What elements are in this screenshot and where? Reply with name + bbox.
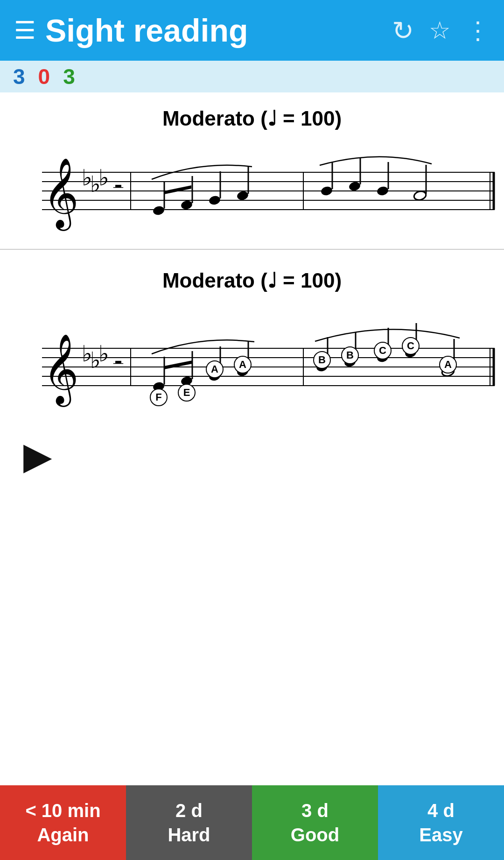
main-content: Moderato (♩ = 100) 𝄞 ♭ ♭ ♭ 𝄼 <box>0 92 504 785</box>
svg-point-13 <box>180 199 193 211</box>
easy-button[interactable]: 4 d Easy <box>378 785 504 860</box>
music-section-2: Moderato (♩ = 100) 𝄞 ♭ ♭ ♭ 𝄼 <box>0 254 504 425</box>
score-blue: 3 <box>13 64 25 89</box>
tempo-marking-2: Moderato (♩ = 100) <box>9 268 495 292</box>
app-header: ☰ Sight reading ↺ ☆ ⋮ <box>0 0 504 61</box>
score-green: 3 <box>63 64 75 89</box>
hard-button[interactable]: 2 d Hard <box>126 785 252 860</box>
page-title: Sight reading <box>45 12 248 49</box>
svg-text:A: A <box>211 363 218 375</box>
svg-point-11 <box>152 205 165 216</box>
again-button[interactable]: < 10 min Again <box>0 785 126 860</box>
section-divider <box>0 249 504 250</box>
hard-line2: Hard <box>168 823 210 847</box>
svg-point-20 <box>320 185 333 197</box>
staff-1: 𝄞 ♭ ♭ ♭ 𝄼 <box>9 135 495 240</box>
svg-text:B: B <box>318 354 326 366</box>
svg-text:𝄞: 𝄞 <box>43 335 79 407</box>
easy-line1: 4 d <box>427 798 455 823</box>
svg-point-15 <box>208 195 221 206</box>
play-button[interactable]: ▶ <box>23 434 52 478</box>
good-line1: 3 d <box>301 798 329 823</box>
bottom-bar: < 10 min Again 2 d Hard 3 d Good 4 d Eas… <box>0 785 504 860</box>
score-bar: 3 0 3 <box>0 61 504 92</box>
more-icon[interactable]: ⋮ <box>466 16 490 44</box>
header-left: ☰ Sight reading <box>14 12 248 49</box>
header-right: ↺ ☆ ⋮ <box>392 15 490 46</box>
svg-text:♭: ♭ <box>98 165 109 190</box>
svg-text:C: C <box>379 345 386 356</box>
score-red: 0 <box>38 64 50 89</box>
svg-text:A: A <box>239 359 246 370</box>
svg-text:𝄼: 𝄼 <box>113 360 124 364</box>
svg-text:E: E <box>183 387 190 398</box>
hard-line1: 2 d <box>175 798 203 823</box>
svg-text:𝄞: 𝄞 <box>43 159 79 231</box>
svg-point-22 <box>348 181 361 192</box>
svg-text:𝄼: 𝄼 <box>113 184 124 188</box>
svg-marker-31 <box>164 185 191 194</box>
svg-text:♭: ♭ <box>98 341 109 366</box>
svg-point-24 <box>376 185 389 197</box>
easy-line2: Easy <box>419 823 462 847</box>
svg-point-26 <box>413 190 427 201</box>
music-section-1: Moderato (♩ = 100) 𝄞 ♭ ♭ ♭ 𝄼 <box>0 92 504 244</box>
again-line2: Again <box>37 823 89 847</box>
good-line2: Good <box>291 823 339 847</box>
staff-2: 𝄞 ♭ ♭ ♭ 𝄼 F <box>9 297 495 420</box>
tempo-marking-1: Moderato (♩ = 100) <box>9 106 495 130</box>
star-icon[interactable]: ☆ <box>429 16 451 44</box>
svg-marker-83 <box>164 360 192 369</box>
menu-icon[interactable]: ☰ <box>14 16 36 44</box>
good-button[interactable]: 3 d Good <box>252 785 378 860</box>
svg-text:F: F <box>155 391 161 403</box>
undo-icon[interactable]: ↺ <box>392 15 414 46</box>
svg-text:C: C <box>407 340 414 352</box>
svg-text:B: B <box>346 349 354 361</box>
play-area: ▶ <box>0 425 504 481</box>
svg-point-17 <box>236 190 249 201</box>
again-line1: < 10 min <box>25 798 100 823</box>
svg-text:A: A <box>444 359 452 370</box>
